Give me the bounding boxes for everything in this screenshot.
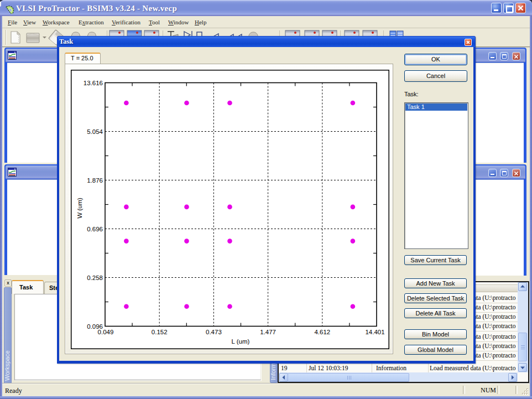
svg-text:13.616: 13.616	[84, 80, 103, 86]
svg-text:0.696: 0.696	[87, 226, 103, 232]
svg-text:0.152: 0.152	[152, 329, 168, 335]
svg-text:1.477: 1.477	[260, 329, 276, 335]
svg-text:14.401: 14.401	[365, 329, 384, 335]
svg-text:L (um): L (um)	[232, 338, 250, 345]
svg-text:4.612: 4.612	[314, 329, 330, 335]
svg-text:5.054: 5.054	[87, 128, 103, 135]
svg-text:W (um): W (um)	[76, 198, 83, 219]
svg-text:0.049: 0.049	[98, 329, 114, 335]
svg-text:0.258: 0.258	[87, 274, 103, 281]
svg-text:0.473: 0.473	[206, 329, 222, 335]
svg-text:1.876: 1.876	[87, 177, 103, 184]
